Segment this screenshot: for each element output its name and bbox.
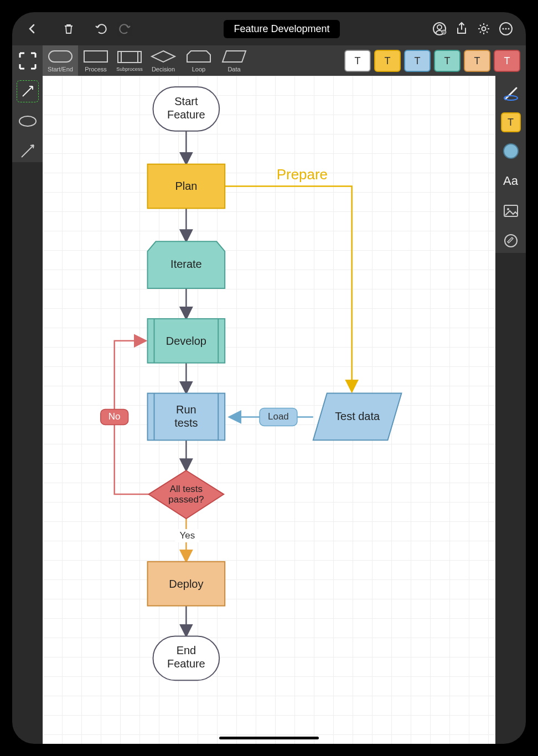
line-tool[interactable] xyxy=(17,140,39,162)
tool-label: Loop xyxy=(192,66,205,73)
edge-prepare[interactable] xyxy=(225,187,351,391)
canvas[interactable]: Prepare Load Yes Start Feature Plan Iter… xyxy=(43,76,495,744)
color-preview[interactable]: T xyxy=(501,112,521,132)
swatch-3[interactable]: T xyxy=(434,50,461,72)
gear-icon[interactable] xyxy=(475,20,493,38)
tool-subprocess[interactable]: Subprocess xyxy=(113,45,146,76)
svg-point-6 xyxy=(505,28,507,30)
label-load: Load xyxy=(268,411,289,422)
share-icon[interactable] xyxy=(453,20,470,38)
svg-text:Develop: Develop xyxy=(166,335,206,347)
svg-text:Test data: Test data xyxy=(335,410,380,422)
left-tools xyxy=(12,76,43,162)
more-icon[interactable] xyxy=(497,20,515,38)
tool-data[interactable]: Data xyxy=(216,45,252,76)
tool-label: Decision xyxy=(152,66,175,73)
svg-point-1 xyxy=(437,25,442,29)
collaborator-icon[interactable] xyxy=(431,20,448,38)
topbar: Feature Development xyxy=(12,12,526,45)
tool-process[interactable]: Process xyxy=(78,45,113,76)
right-tools: T Aa xyxy=(495,76,526,253)
svg-text:passed?: passed? xyxy=(168,494,204,505)
swatch-4[interactable]: T xyxy=(464,50,490,72)
color-swatches: TTTTTT xyxy=(339,45,526,76)
document-title[interactable]: Feature Development xyxy=(224,20,339,38)
svg-point-5 xyxy=(503,28,504,30)
tool-label: Process xyxy=(85,66,107,73)
svg-point-17 xyxy=(507,208,509,210)
svg-text:All tests: All tests xyxy=(170,484,203,494)
svg-point-7 xyxy=(508,28,510,30)
svg-point-15 xyxy=(504,144,518,158)
svg-text:Run: Run xyxy=(176,403,196,416)
tool-loop[interactable]: Loop xyxy=(181,45,216,76)
svg-rect-8 xyxy=(49,51,72,62)
circle-tool[interactable] xyxy=(500,140,522,162)
text-tool[interactable]: Aa xyxy=(500,170,522,192)
svg-point-3 xyxy=(482,27,486,31)
select-arrow-tool[interactable] xyxy=(17,80,39,102)
redo-icon[interactable] xyxy=(115,20,133,38)
svg-text:Iterate: Iterate xyxy=(170,258,202,270)
swatch-2[interactable]: T xyxy=(404,50,431,72)
svg-text:End: End xyxy=(177,644,196,656)
tool-decision[interactable]: Decision xyxy=(146,45,181,76)
label-prepare: Prepare xyxy=(277,167,328,182)
tool-select[interactable] xyxy=(12,45,43,76)
svg-text:Feature: Feature xyxy=(167,657,205,670)
back-icon[interactable] xyxy=(23,20,41,38)
tool-label: Start/End xyxy=(48,66,73,73)
trash-icon[interactable] xyxy=(60,20,77,38)
swatch-5[interactable]: T xyxy=(494,50,520,72)
undo-icon[interactable] xyxy=(93,20,111,38)
svg-rect-9 xyxy=(84,51,107,62)
svg-text:Feature: Feature xyxy=(167,108,205,121)
tool-label: Subprocess xyxy=(116,66,143,72)
svg-text:Plan: Plan xyxy=(175,180,197,192)
swatch-0[interactable]: T xyxy=(344,50,371,72)
pen-tool[interactable] xyxy=(500,82,522,105)
svg-point-13 xyxy=(19,116,36,126)
draw-tool[interactable] xyxy=(500,230,522,252)
svg-text:Deploy: Deploy xyxy=(169,578,203,590)
tool-label: Data xyxy=(227,66,240,73)
image-tool[interactable] xyxy=(500,200,522,222)
svg-text:Start: Start xyxy=(174,95,198,107)
home-indicator xyxy=(219,737,319,739)
oval-tool[interactable] xyxy=(17,110,39,132)
swatch-1[interactable]: T xyxy=(374,50,401,72)
label-no: No xyxy=(108,411,121,422)
label-yes: Yes xyxy=(180,530,195,541)
svg-text:tests: tests xyxy=(174,417,198,429)
shape-toolbar: Start/End Process Subprocess Decision Lo… xyxy=(12,45,526,76)
tool-startend[interactable]: Start/End xyxy=(43,45,78,76)
